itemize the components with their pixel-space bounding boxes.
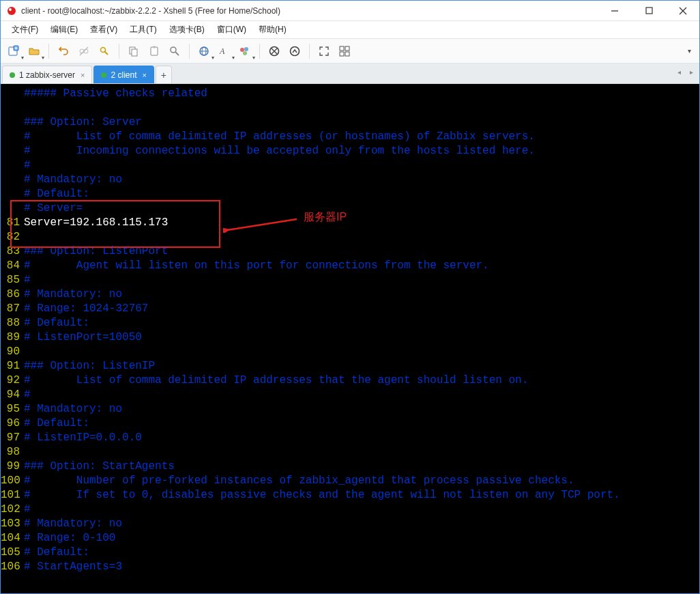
terminal-line: 95# Mandatory: no: [1, 402, 699, 416]
line-number: 90: [1, 345, 24, 359]
terminal-area[interactable]: ##### Passive checks related ### Option:…: [1, 84, 699, 593]
properties-button[interactable]: [96, 42, 113, 60]
line-number: 81: [1, 216, 24, 230]
svg-rect-3: [646, 8, 652, 14]
line-text: # ListenPort=10050: [24, 330, 142, 345]
fullscreen-button[interactable]: [315, 42, 333, 60]
titlebar: client - root@localhost:~/zabbix-2.2.2 -…: [1, 1, 699, 21]
menu-file[interactable]: 文件(F): [8, 23, 42, 37]
terminal-line: 102#: [1, 503, 699, 517]
font-button[interactable]: A ▾: [216, 42, 233, 60]
svg-rect-28: [345, 46, 349, 51]
menu-edit[interactable]: 编辑(E): [46, 23, 82, 37]
line-number: 91: [1, 359, 24, 373]
svg-rect-14: [151, 47, 158, 55]
terminal-line: 82: [1, 230, 699, 244]
svg-text:A: A: [219, 46, 225, 56]
line-number: 104: [1, 531, 24, 546]
terminal-line: 101# If set to 0, disables passive check…: [1, 488, 699, 503]
terminal-line: 98: [1, 445, 699, 459]
toolbar-overflow-button[interactable]: ▾: [683, 42, 695, 60]
line-text: # ListenIP=0.0.0.0: [24, 431, 142, 445]
line-text: # List of comma delimited IP addresses t…: [24, 373, 528, 388]
line-text: Server=192.168.115.173: [24, 216, 168, 230]
line-text: # Default:: [24, 316, 89, 330]
menu-window[interactable]: 窗口(W): [213, 23, 250, 37]
menubar: 文件(F) 编辑(E) 查看(V) 工具(T) 选项卡(B) 窗口(W) 帮助(…: [1, 21, 699, 39]
open-session-button[interactable]: ▾: [25, 42, 43, 60]
copy-button[interactable]: [125, 42, 143, 60]
line-text: # Mandatory: no: [24, 402, 122, 416]
terminal-line: [1, 101, 699, 115]
terminal-line: # Mandatory: no: [1, 173, 699, 187]
close-button[interactable]: [672, 3, 694, 19]
line-number: 98: [1, 445, 24, 459]
svg-rect-15: [153, 46, 156, 48]
line-number: 84: [1, 259, 24, 273]
menu-view[interactable]: 查看(V): [86, 23, 121, 37]
line-number: 82: [1, 230, 24, 244]
new-tab-button[interactable]: +: [156, 66, 172, 83]
line-text: # If set to 0, disables passive checks a…: [24, 488, 620, 503]
svg-point-24: [243, 51, 247, 55]
find-button[interactable]: [166, 42, 184, 60]
terminal-line: 96# Default:: [1, 416, 699, 431]
line-text: # Range: 0-100: [24, 531, 115, 546]
line-text: # Mandatory: no: [24, 173, 122, 187]
status-dot-icon: [101, 72, 106, 78]
encoding-button[interactable]: ▾: [195, 42, 213, 60]
line-number: 88: [1, 316, 24, 330]
terminal-line: # Default:: [1, 187, 699, 201]
svg-line-10: [80, 47, 88, 55]
line-number: 105: [1, 546, 24, 560]
line-number: 103: [1, 517, 24, 531]
xftp-button[interactable]: [286, 42, 304, 60]
tab-scroll-right-icon[interactable]: ▸: [686, 66, 697, 77]
line-text: # Number of pre-forked instances of zabb…: [24, 474, 574, 488]
tile-button[interactable]: [336, 42, 353, 60]
svg-point-1: [9, 8, 12, 11]
line-number: 95: [1, 402, 24, 416]
new-session-button[interactable]: ▾: [5, 42, 23, 60]
menu-tabs[interactable]: 选项卡(B): [165, 23, 209, 37]
terminal-line: 100# Number of pre-forked instances of z…: [1, 474, 699, 488]
maximize-button[interactable]: [638, 3, 660, 19]
terminal-line: 99### Option: StartAgents: [1, 459, 699, 474]
svg-point-26: [291, 46, 300, 55]
menu-tools[interactable]: 工具(T): [126, 23, 160, 37]
line-text: # StartAgents=3: [24, 560, 122, 574]
terminal-line: 91### Option: ListenIP: [1, 359, 699, 373]
line-number: 102: [1, 503, 24, 517]
terminal-line: # Incoming connections will be accepted …: [1, 144, 699, 158]
reconnect-button[interactable]: [55, 42, 72, 60]
terminal-line: 89# ListenPort=10050: [1, 330, 699, 345]
xagent-button[interactable]: [265, 42, 283, 60]
tab-close-icon[interactable]: ×: [143, 71, 147, 79]
tab-client[interactable]: 2 client ×: [93, 66, 154, 83]
terminal-line: 81Server=192.168.115.173: [1, 216, 699, 230]
app-icon: [6, 5, 17, 16]
terminal-line: 88# Default:: [1, 316, 699, 330]
line-text: #: [24, 158, 31, 173]
color-scheme-button[interactable]: ▾: [236, 42, 254, 60]
tabbar: 1 zabbix-server × 2 client × + ◂ ▸: [1, 63, 699, 84]
line-number: 101: [1, 488, 24, 503]
disconnect-button[interactable]: [75, 42, 93, 60]
svg-point-23: [244, 47, 248, 51]
tab-scroll-left-icon[interactable]: ◂: [673, 66, 684, 77]
paste-button[interactable]: [145, 42, 163, 60]
terminal-line: 106# StartAgents=3: [1, 560, 699, 574]
line-number: 94: [1, 388, 24, 402]
svg-point-22: [240, 48, 244, 52]
line-text: #: [24, 273, 31, 287]
terminal-line: # Server=: [1, 201, 699, 216]
line-text: # Default:: [24, 187, 89, 201]
line-number: 87: [1, 302, 24, 316]
line-number: 96: [1, 416, 24, 431]
minimize-button[interactable]: [604, 3, 626, 19]
line-number: 83: [1, 244, 24, 259]
svg-point-0: [8, 7, 16, 15]
tab-close-icon[interactable]: ×: [81, 71, 85, 79]
tab-zabbix-server[interactable]: 1 zabbix-server ×: [2, 66, 92, 83]
menu-help[interactable]: 帮助(H): [254, 23, 291, 37]
